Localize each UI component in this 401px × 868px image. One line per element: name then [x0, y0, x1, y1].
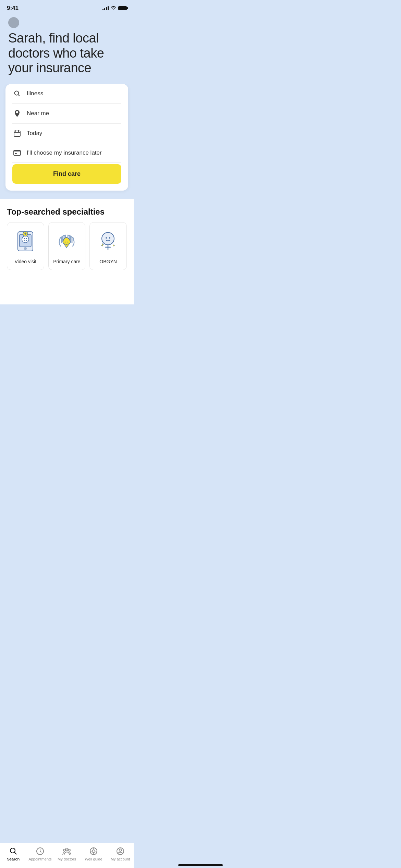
svg-point-13	[102, 232, 114, 245]
find-care-button[interactable]: Find care	[12, 164, 121, 184]
video-visit-icon	[12, 228, 39, 255]
svg-point-11	[65, 241, 66, 242]
svg-point-10	[24, 247, 27, 250]
battery-icon	[118, 6, 127, 10]
svg-rect-1	[14, 131, 20, 136]
specialty-card-obgyn[interactable]: OBGYN	[89, 222, 127, 270]
specialties-section: Top-searched specialties	[0, 199, 134, 304]
obgyn-label: OBGYN	[99, 259, 117, 264]
svg-rect-2	[14, 150, 21, 155]
wifi-icon	[111, 6, 116, 10]
insurance-label: I'll choose my insurance later	[27, 149, 102, 156]
search-card: Illness Near me Today I'll choos	[5, 84, 128, 191]
obgyn-icon	[95, 228, 122, 255]
avatar	[8, 17, 19, 28]
illness-label: Illness	[27, 90, 43, 97]
svg-point-15	[109, 237, 110, 239]
svg-rect-3	[15, 153, 17, 154]
svg-point-6	[22, 236, 29, 243]
svg-point-7	[24, 238, 25, 239]
svg-point-12	[68, 241, 69, 242]
status-bar: 9:41	[0, 0, 134, 14]
location-label: Near me	[27, 110, 49, 117]
specialty-card-video-visit[interactable]: Video visit	[7, 222, 44, 270]
location-icon	[12, 110, 22, 117]
date-label: Today	[27, 130, 42, 137]
location-field[interactable]: Near me	[12, 104, 121, 124]
specialty-card-primary-care[interactable]: Primary care	[48, 222, 86, 270]
status-icons	[102, 6, 127, 10]
header-section: Sarah, find local doctors who take your …	[0, 14, 134, 84]
svg-point-8	[26, 238, 27, 239]
svg-point-14	[106, 237, 107, 239]
video-visit-label: Video visit	[15, 259, 37, 264]
specialties-grid: Video visit	[7, 222, 127, 270]
status-time: 9:41	[7, 5, 19, 12]
section-title: Top-searched specialties	[7, 207, 127, 217]
date-field[interactable]: Today	[12, 124, 121, 143]
insurance-field[interactable]: I'll choose my insurance later	[12, 143, 121, 163]
header-title: Sarah, find local doctors who take your …	[8, 31, 125, 76]
calendar-icon	[12, 130, 22, 137]
illness-field[interactable]: Illness	[12, 84, 121, 104]
insurance-icon	[12, 150, 22, 156]
primary-care-icon	[53, 228, 81, 255]
search-icon	[12, 90, 22, 97]
primary-care-label: Primary care	[53, 259, 80, 264]
signal-icon	[102, 6, 109, 10]
svg-point-17	[113, 245, 114, 246]
